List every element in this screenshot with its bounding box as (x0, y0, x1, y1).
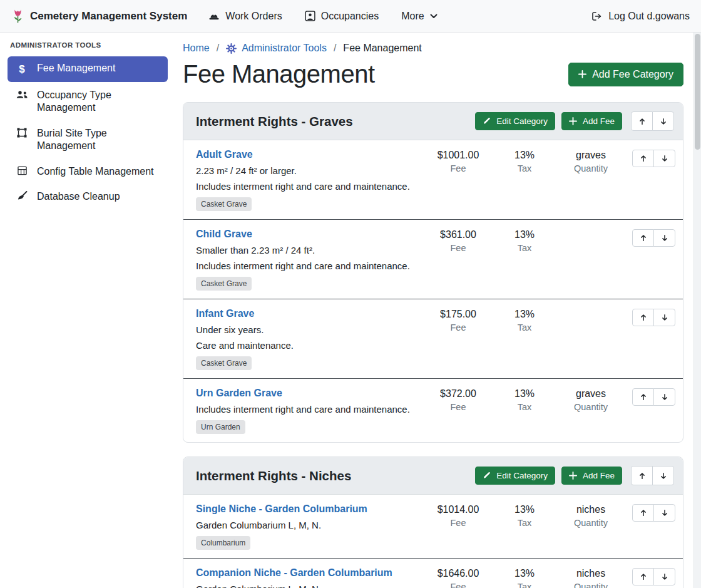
fee-amount: $175.00 (423, 309, 493, 320)
tax-label: Tax (493, 402, 556, 412)
category-header: Interment Rights - Graves Edit Category … (183, 103, 683, 140)
main-content: Home / Administrator Tools / Fee Managem… (175, 33, 693, 588)
fee-category-card: Interment Rights - Graves Edit Category … (183, 102, 683, 443)
arrow-down-icon (660, 508, 669, 517)
sidebar-item-config-table-management[interactable]: Config Table Management (8, 160, 168, 183)
add-fee-button[interactable]: Add Fee (561, 467, 622, 485)
sidebar-item-database-cleanup[interactable]: Database Cleanup (8, 185, 168, 209)
gear-icon (226, 43, 237, 54)
sidebar-item-occupancy-type-management[interactable]: Occupancy Type Management (8, 83, 168, 120)
fee-reorder-buttons (632, 568, 675, 585)
fee-amount: $1646.00 (423, 568, 493, 579)
move-fee-up-button[interactable] (632, 150, 654, 167)
arrow-down-icon (660, 234, 669, 242)
plus-icon (569, 472, 577, 480)
app-brand: Cemetery Management System (11, 8, 187, 24)
quantity-value: graves (556, 388, 626, 400)
arrow-up-icon (639, 313, 648, 322)
tax-label: Tax (493, 582, 556, 588)
move-fee-down-button[interactable] (653, 229, 675, 247)
tax-label: Tax (493, 322, 556, 333)
arrow-down-icon (660, 572, 669, 581)
quantity-value: niches (556, 568, 626, 579)
move-fee-down-button[interactable] (653, 388, 675, 406)
fee-row: Single Niche - Garden Columbarium Garden… (183, 495, 683, 558)
sidebar-item-burial-site-type-management[interactable]: Burial Site Type Management (8, 121, 168, 158)
arrow-up-icon (639, 154, 648, 163)
edit-category-button[interactable]: Edit Category (475, 112, 555, 130)
move-fee-down-button[interactable] (653, 309, 675, 326)
arrow-up-icon (638, 117, 647, 126)
fee-description-1: Includes interment right and care and ma… (196, 404, 418, 415)
table-icon (15, 166, 29, 175)
edit-category-button[interactable]: Edit Category (475, 467, 555, 485)
nav-item-work-orders[interactable]: Work Orders (208, 11, 282, 22)
move-fee-up-button[interactable] (632, 309, 654, 326)
fee-name-link[interactable]: Urn Garden Grave (196, 388, 282, 399)
fee-reorder-buttons (632, 229, 675, 247)
fee-amount-column: $175.00 Fee (423, 309, 493, 333)
fee-name-link[interactable]: Infant Grave (196, 308, 254, 319)
fee-amount-column: $1001.00 Fee (423, 150, 493, 173)
quantity-label: Quantity (556, 518, 626, 528)
fee-row: Companion Niche - Garden Columbarium Gar… (183, 558, 683, 588)
arrow-down-icon (660, 154, 669, 163)
move-fee-up-button[interactable] (632, 229, 654, 247)
move-category-up-button[interactable] (631, 466, 653, 485)
tax-value: 13% (493, 568, 556, 579)
move-fee-down-button[interactable] (653, 568, 675, 585)
tax-label: Tax (493, 243, 556, 253)
fee-category-card: Interment Rights - Niches Edit Category … (183, 456, 683, 588)
tax-column: 13% Tax (493, 229, 556, 253)
vector-square-icon (15, 128, 29, 138)
sidebar-heading: ADMINISTRATOR TOOLS (0, 39, 175, 55)
fee-name-link[interactable]: Child Grave (196, 229, 252, 240)
breadcrumb-separator: / (217, 43, 219, 54)
quantity-column: graves Quantity (556, 150, 626, 173)
quantity-column: niches Quantity (556, 568, 626, 588)
arrow-up-icon (639, 508, 648, 517)
fee-name-link[interactable]: Companion Niche - Garden Columbarium (196, 567, 392, 579)
move-fee-up-button[interactable] (632, 568, 654, 585)
move-category-down-button[interactable] (652, 111, 674, 131)
fee-amount: $1001.00 (423, 150, 493, 161)
scrollbar-thumb[interactable] (695, 34, 700, 150)
fee-amount-label: Fee (423, 582, 493, 588)
move-fee-up-button[interactable] (632, 388, 654, 406)
add-fee-category-button[interactable]: Add Fee Category (568, 63, 683, 86)
logout-button[interactable]: Log Out d.gowans (591, 11, 690, 22)
breadcrumb-home-link[interactable]: Home (183, 43, 210, 54)
breadcrumb-admin-link[interactable]: Administrator Tools (226, 43, 327, 54)
category-header: Interment Rights - Niches Edit Category … (183, 457, 683, 495)
move-fee-up-button[interactable] (632, 504, 654, 522)
nav-item-more[interactable]: More (401, 11, 437, 22)
pencil-icon (483, 472, 491, 480)
fee-name-link[interactable]: Single Niche - Garden Columbarium (196, 503, 367, 515)
tax-column: 13% Tax (493, 309, 556, 333)
move-fee-down-button[interactable] (653, 504, 675, 522)
breadcrumb-separator: / (334, 43, 336, 54)
fee-reorder-buttons (632, 504, 675, 522)
fee-description-1: Under six years. (196, 324, 418, 335)
move-category-up-button[interactable] (631, 111, 653, 131)
person-box-icon (305, 11, 315, 21)
page-scrollbar[interactable] (693, 33, 701, 588)
move-category-down-button[interactable] (652, 466, 674, 485)
sidebar-item-fee-management[interactable]: $ Fee Management (8, 56, 168, 82)
fee-name-link[interactable]: Adult Grave (196, 149, 253, 160)
move-fee-down-button[interactable] (653, 150, 675, 167)
fee-description-1: Garden Columbarium L, M, N. (196, 584, 418, 588)
arrow-up-icon (639, 393, 648, 401)
fee-type-badge: Casket Grave (196, 277, 252, 291)
plus-icon (569, 117, 577, 125)
category-title: Interment Rights - Graves (196, 114, 353, 129)
category-title: Interment Rights - Niches (196, 468, 351, 483)
nav-item-occupancies[interactable]: Occupancies (305, 11, 379, 22)
fee-description-1: Garden Columbarium L, M, N. (196, 520, 418, 530)
add-fee-button[interactable]: Add Fee (561, 112, 622, 130)
fee-info: Infant Grave Under six years. Care and m… (196, 308, 423, 370)
sidebar-items: $ Fee Management Occupancy Type Manageme… (0, 56, 175, 209)
fee-category-list: Interment Rights - Graves Edit Category … (183, 102, 683, 588)
tulip-logo-icon (11, 8, 24, 24)
fee-amount-label: Fee (423, 518, 493, 528)
